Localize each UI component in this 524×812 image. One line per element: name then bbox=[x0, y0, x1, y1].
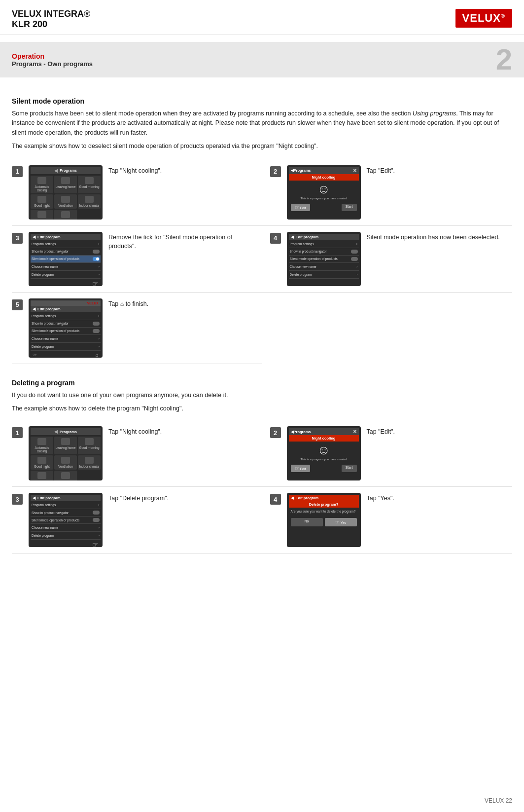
del-step-badge-4: 4 bbox=[270, 494, 281, 505]
silent-step-4-desc: Silent mode operation has now been desel… bbox=[367, 232, 508, 242]
delete-step-2-desc: Tap "Edit". bbox=[367, 426, 508, 437]
delete-step-3: 3 ◀Edit program Program settings› Show i… bbox=[12, 487, 262, 554]
step-badge-4: 4 bbox=[270, 233, 281, 244]
step-badge-3: 3 bbox=[12, 233, 23, 244]
del-step-badge-3: 3 bbox=[12, 494, 23, 505]
section-category: Operation bbox=[12, 52, 93, 60]
screen-nightcool-1: ◀Programs ✕ Night cooling ☺ This is a pr… bbox=[287, 165, 361, 220]
silent-step-5: 5 VELUX ◀Edit program Program settings› … bbox=[12, 293, 262, 364]
silent-step-3: 3 ◀Edit program Program settings› Show i… bbox=[12, 226, 262, 293]
section-number: 2 bbox=[496, 45, 512, 74]
screen-programs-del-1: ◀Programs Automatic closing Leaving home… bbox=[29, 426, 103, 480]
screen-edit-home: VELUX ◀Edit program Program settings› Sh… bbox=[29, 298, 103, 358]
delete-step-3-desc: Tap "Delete program". bbox=[108, 493, 254, 503]
silent-step-2: 2 ◀Programs ✕ Night cooling ☺ This is a … bbox=[262, 159, 513, 226]
delete-step-2: 2 ◀Programs ✕ Night cooling ☺ This is a … bbox=[262, 420, 513, 487]
silent-mode-title: Silent mode operation bbox=[12, 97, 512, 105]
screen-delete-confirm: ◀Edit program Delete program? Are you su… bbox=[287, 493, 361, 547]
velux-logo: VELUX® bbox=[455, 9, 512, 28]
step-badge-2: 2 bbox=[270, 166, 281, 177]
screen-edit-2: ◀Edit program Program settings› Show in … bbox=[287, 232, 361, 286]
screen-nightcool-del-1: ◀Programs ✕ Night cooling ☺ This is a pr… bbox=[287, 426, 361, 480]
screen-edit-del: ◀Edit program Program settings› Show in … bbox=[29, 493, 103, 547]
step-badge-1: 1 bbox=[12, 166, 23, 177]
screen-programs-1: ◀Programs Automatic closing Leaving home… bbox=[29, 165, 103, 220]
footer-text: VELUX 22 bbox=[485, 797, 512, 804]
delete-step-4-desc: Tap "Yes". bbox=[367, 493, 508, 503]
silent-mode-section: Silent mode operation Some products have… bbox=[12, 97, 512, 151]
main-content: Silent mode operation Some products have… bbox=[0, 77, 524, 562]
delete-step-1: 1 ◀Programs Automatic closing Leaving ho… bbox=[12, 420, 262, 487]
silent-step-1-desc: Tap "Night cooling". bbox=[108, 165, 254, 176]
silent-step-4: 4 ◀Edit program Program settings› Show i… bbox=[262, 226, 513, 293]
screen-edit-1: ◀Edit program Program settings› Show in … bbox=[29, 232, 103, 286]
deleting-para2: The example shows how to delete the prog… bbox=[12, 404, 512, 413]
silent-step-3-desc: Remove the tick for "Silent mode operati… bbox=[108, 232, 254, 252]
delete-step-1-desc: Tap "Night cooling". bbox=[108, 426, 254, 437]
deleting-title: Deleting a program bbox=[12, 379, 512, 387]
del-step-badge-2: 2 bbox=[270, 427, 281, 438]
silent-step5-row: 5 VELUX ◀Edit program Program settings› … bbox=[12, 293, 512, 364]
del-step-badge-1: 1 bbox=[12, 427, 23, 438]
delete-steps-grid: 1 ◀Programs Automatic closing Leaving ho… bbox=[12, 420, 512, 554]
header-title-block: VELUX INTEGRA® KLR 200 bbox=[12, 9, 90, 30]
silent-mode-para1: Some products have been set to silent mo… bbox=[12, 109, 512, 138]
section-subtitle: Programs - Own programs bbox=[12, 60, 93, 68]
silent-mode-para2: The example shows how to deselect silent… bbox=[12, 142, 512, 151]
page-footer: VELUX 22 bbox=[485, 797, 512, 804]
deleting-section: Deleting a program If you do not want to… bbox=[12, 379, 512, 414]
silent-step-2-desc: Tap "Edit". bbox=[367, 165, 508, 176]
deleting-para1: If you do not want to use one of your ow… bbox=[12, 391, 512, 400]
delete-step-4: 4 ◀Edit program Delete program? Are you … bbox=[262, 487, 513, 554]
page-header: VELUX INTEGRA® KLR 200 VELUX® bbox=[0, 0, 524, 35]
product-title-line1: VELUX INTEGRA® bbox=[12, 9, 90, 19]
section-bar-left: Operation Programs - Own programs bbox=[12, 52, 93, 68]
product-title-line2: KLR 200 bbox=[12, 19, 90, 30]
silent-step-5-desc: Tap ⌂ to finish. bbox=[108, 298, 257, 309]
silent-mode-steps-grid: 1 ◀Programs Automatic closing Leaving ho… bbox=[12, 159, 512, 293]
section-bar: Operation Programs - Own programs 2 bbox=[0, 42, 524, 77]
step-badge-5: 5 bbox=[12, 299, 23, 310]
silent-step-1: 1 ◀Programs Automatic closing Leaving ho… bbox=[12, 159, 262, 226]
